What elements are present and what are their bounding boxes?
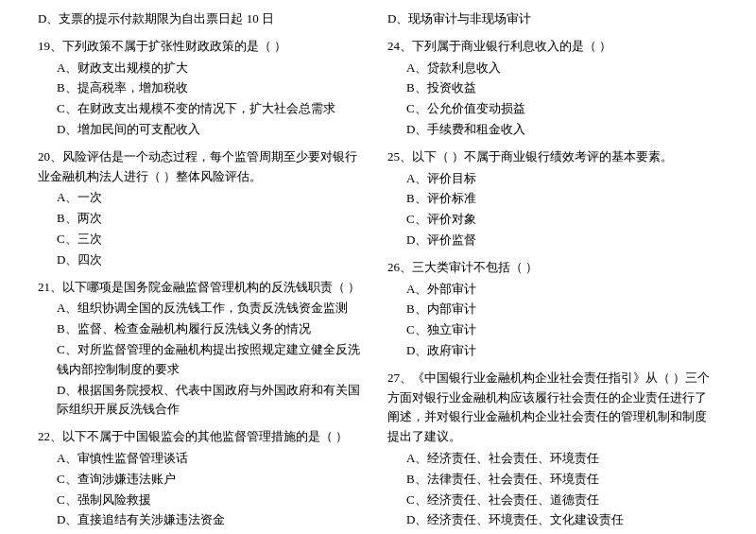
question-26-options: A、外部审计 B、内部审计 C、独立审计 D、政府审计	[387, 280, 718, 361]
option-item: D、增加民间的可支配收入	[57, 120, 369, 140]
option-item: D、手续费和租金收入	[406, 120, 718, 140]
question-27-title: 27、《中国银行业金融机构企业社会责任指引》从（ ）三个方面对银行业金融机构应该…	[387, 369, 718, 447]
option-item: B、两次	[57, 209, 369, 229]
option-item: C、经济责任、社会责任、道德责任	[406, 491, 718, 510]
question-d-top-left-text: D、支票的提示付款期限为自出票日起 10 日	[38, 9, 369, 29]
option-item: D、评价监督	[406, 231, 718, 250]
question-21-title: 21、以下哪项是国务院金融监督管理机构的反洗钱职责（ ）	[38, 278, 369, 298]
option-item: B、法律责任、社会责任、环境责任	[406, 470, 718, 490]
option-item: A、经济责任、社会责任、环境责任	[406, 449, 718, 469]
question-25: 25、以下（ ）不属于商业银行绩效考评的基本要素。 A、评价目标 B、评价标准 …	[387, 147, 718, 250]
question-27: 27、《中国银行业金融机构企业社会责任指引》从（ ）三个方面对银行业金融机构应该…	[387, 369, 718, 530]
option-item: B、监督、检查金融机构履行反洗钱义务的情况	[57, 319, 369, 339]
question-22: 22、以下不属于中国银监会的其他监督管理措施的是（ ） A、审慎性监督管理谈话 …	[38, 427, 369, 530]
option-item: D、政府审计	[406, 341, 718, 361]
option-item: A、外部审计	[406, 280, 718, 300]
option-item: A、一次	[57, 188, 369, 208]
option-item: D、经济责任、环境责任、文化建设责任	[406, 510, 718, 530]
question-20: 20、风险评估是一个动态过程，每个监管周期至少要对银行业金融机构法人进行（ ）整…	[38, 147, 369, 270]
question-20-title: 20、风险评估是一个动态过程，每个监管周期至少要对银行业金融机构法人进行（ ）整…	[38, 147, 369, 187]
question-21: 21、以下哪项是国务院金融监督管理机构的反洗钱职责（ ） A、组织协调全国的反洗…	[38, 278, 369, 421]
question-22-title: 22、以下不属于中国银监会的其他监督管理措施的是（ ）	[38, 427, 369, 447]
left-column: D、支票的提示付款期限为自出票日起 10 日 19、下列政策不属于扩张性财政政策…	[38, 9, 378, 534]
question-25-options: A、评价目标 B、评价标准 C、评价对象 D、评价监督	[387, 169, 718, 250]
option-item: D、直接追结有关涉嫌违法资金	[57, 510, 369, 530]
option-item: A、评价目标	[406, 169, 718, 189]
question-27-options: A、经济责任、社会责任、环境责任 B、法律责任、社会责任、环境责任 C、经济责任…	[387, 449, 718, 530]
option-item: B、投资收益	[406, 78, 718, 98]
option-item: A、贷款利息收入	[406, 59, 718, 78]
option-item: B、内部审计	[406, 300, 718, 319]
question-21-options: A、组织协调全国的反洗钱工作，负责反洗钱资金监测 B、监督、检查金融机构履行反洗…	[38, 299, 369, 420]
option-item: A、组织协调全国的反洗钱工作，负责反洗钱资金监测	[57, 299, 369, 319]
question-19-title: 19、下列政策不属于扩张性财政政策的是（ ）	[38, 37, 369, 57]
right-column: D、现场审计与非现场审计 24、下列属于商业银行利息收入的是（ ） A、贷款利息…	[378, 9, 718, 534]
option-item: C、三次	[57, 230, 369, 250]
question-22-options: A、审慎性监督管理谈话 C、查询涉嫌违法账户 C、强制风险救援 D、直接追结有关…	[38, 449, 369, 530]
option-item: C、对所监督管理的金融机构提出按照规定建立健全反洗钱内部控制制度的要求	[57, 340, 369, 380]
question-d-top-left: D、支票的提示付款期限为自出票日起 10 日	[38, 9, 369, 29]
question-d-top-right: D、现场审计与非现场审计	[387, 9, 718, 29]
question-24-options: A、贷款利息收入 B、投资收益 C、公允价值变动损益 D、手续费和租金收入	[387, 59, 718, 140]
question-26-title: 26、三大类审计不包括（ ）	[387, 258, 718, 278]
question-26: 26、三大类审计不包括（ ） A、外部审计 B、内部审计 C、独立审计 D、政府…	[387, 258, 718, 361]
option-item: C、强制风险救援	[57, 491, 369, 510]
option-item: B、评价标准	[406, 189, 718, 209]
question-d-top-right-text: D、现场审计与非现场审计	[387, 9, 718, 29]
main-content: D、支票的提示付款期限为自出票日起 10 日 19、下列政策不属于扩张性财政政策…	[38, 9, 718, 534]
question-19: 19、下列政策不属于扩张性财政政策的是（ ） A、财政支出规模的扩大 B、提高税…	[38, 37, 369, 140]
option-item: C、评价对象	[406, 210, 718, 230]
option-item: B、提高税率，增加税收	[57, 78, 369, 98]
option-item: D、四次	[57, 250, 369, 270]
option-item: C、在财政支出规模不变的情况下，扩大社会总需求	[57, 99, 369, 119]
option-item: C、公允价值变动损益	[406, 99, 718, 119]
option-item: D、根据国务院授权、代表中国政府与外国政府和有关国际组织开展反洗钱合作	[57, 381, 369, 421]
question-24-title: 24、下列属于商业银行利息收入的是（ ）	[387, 37, 718, 57]
option-item: C、独立审计	[406, 320, 718, 340]
option-item: C、查询涉嫌违法账户	[57, 470, 369, 490]
question-19-options: A、财政支出规模的扩大 B、提高税率，增加税收 C、在财政支出规模不变的情况下，…	[38, 59, 369, 140]
question-25-title: 25、以下（ ）不属于商业银行绩效考评的基本要素。	[387, 147, 718, 167]
question-20-options: A、一次 B、两次 C、三次 D、四次	[38, 188, 369, 269]
option-item: A、财政支出规模的扩大	[57, 59, 369, 78]
option-item: A、审慎性监督管理谈话	[57, 449, 369, 469]
question-24: 24、下列属于商业银行利息收入的是（ ） A、贷款利息收入 B、投资收益 C、公…	[387, 37, 718, 140]
